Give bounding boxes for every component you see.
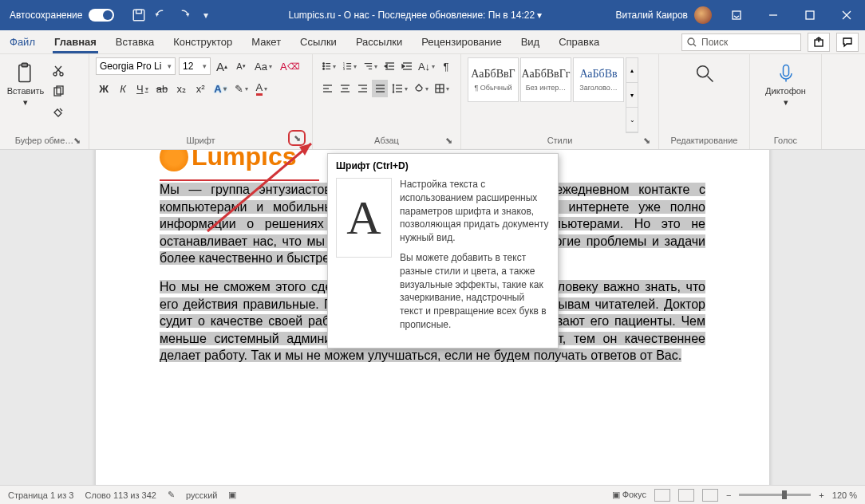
zoom-level[interactable]: 120 % [832, 490, 857, 500]
copy-button[interactable] [49, 83, 67, 100]
zoom-slider[interactable] [739, 494, 811, 496]
strikethrough-button[interactable]: ab [154, 80, 170, 97]
zoom-out[interactable]: − [726, 490, 731, 500]
style-heading1[interactable]: АаБбВвЗаголово… [573, 57, 624, 102]
svg-point-18 [323, 63, 325, 65]
view-read[interactable] [654, 489, 670, 502]
tab-help[interactable]: Справка [549, 30, 609, 53]
styles-gallery[interactable]: АаБбВвГ¶ Обычный АаБбВвГгБез интер… АаБб… [468, 57, 652, 133]
text-effects-button[interactable]: A [211, 80, 228, 97]
tab-insert[interactable]: Вставка [106, 30, 164, 53]
styles-up[interactable]: ▴ [626, 58, 638, 83]
italic-button[interactable]: К [115, 80, 131, 97]
logo-orange-icon [160, 150, 188, 171]
align-right-button[interactable] [354, 80, 370, 97]
tab-mailings[interactable]: Рассылки [346, 30, 412, 53]
grow-font-button[interactable]: A▴ [214, 57, 230, 75]
undo-icon[interactable] [154, 8, 168, 22]
autosave-toggle[interactable] [89, 9, 114, 22]
status-words[interactable]: Слово 113 из 342 [85, 490, 156, 500]
qat-dropdown-icon[interactable]: ▾ [199, 8, 213, 22]
status-macro-icon[interactable]: ▣ [228, 490, 236, 500]
style-nospacing[interactable]: АаБбВвГгБез интер… [520, 57, 571, 102]
document-title: Lumpics.ru - О нас - Последнее обновлени… [221, 10, 609, 21]
statusbar: Страница 1 из 3 Слово 113 из 342 ✎ русск… [0, 485, 865, 504]
tab-references[interactable]: Ссылки [290, 30, 346, 53]
font-size-combo[interactable]: 12▾ [179, 57, 211, 75]
format-painter-button[interactable] [49, 104, 67, 121]
autosave-label: Автосохранение [10, 10, 82, 21]
find-button[interactable] [685, 57, 724, 133]
bullets-button[interactable] [319, 57, 338, 75]
tab-home[interactable]: Главная [45, 30, 106, 53]
align-left-button[interactable] [319, 80, 335, 97]
save-icon[interactable] [132, 8, 146, 22]
svg-point-7 [688, 38, 694, 45]
view-print[interactable] [678, 489, 694, 502]
underline-button[interactable]: Ч [134, 80, 151, 97]
tab-layout[interactable]: Макет [242, 30, 290, 53]
multilevel-button[interactable] [361, 57, 380, 75]
status-proofing-icon[interactable]: ✎ [168, 490, 175, 500]
styles-down[interactable]: ▾ [626, 83, 638, 108]
borders-button[interactable] [432, 80, 452, 97]
titlebar: Автосохранение ▾ Lumpics.ru - О нас - По… [0, 0, 865, 30]
maximize-button[interactable] [792, 0, 828, 30]
minimize-button[interactable] [755, 0, 792, 30]
paragraph-launcher[interactable]: ⬊ [443, 135, 454, 146]
numbering-button[interactable]: 123 [340, 57, 359, 75]
shrink-font-button[interactable]: A▾ [233, 57, 249, 75]
line-spacing-button[interactable] [389, 80, 410, 97]
align-center-button[interactable] [337, 80, 353, 97]
subscript-button[interactable]: x₂ [173, 80, 189, 97]
svg-text:3: 3 [343, 67, 346, 71]
focus-mode[interactable]: ▣ Фокус [612, 490, 646, 500]
shading-button[interactable] [412, 80, 431, 97]
justify-button[interactable] [372, 80, 388, 97]
comments-button[interactable] [836, 33, 859, 52]
svg-point-20 [323, 69, 325, 70]
styles-more[interactable]: ⌄ [626, 108, 638, 132]
font-dialog-launcher[interactable]: ⬊ [288, 130, 306, 146]
status-language[interactable]: русский [186, 490, 217, 500]
style-normal[interactable]: АаБбВвГ¶ Обычный [468, 57, 519, 102]
user-avatar[interactable] [694, 6, 712, 24]
increase-indent-button[interactable] [399, 57, 415, 75]
highlight-button[interactable]: ✎ [232, 80, 251, 97]
svg-rect-4 [806, 11, 814, 19]
search-placeholder: Поиск [701, 37, 728, 48]
user-name[interactable]: Виталий Каиров [615, 10, 688, 21]
sort-button[interactable]: A↓ [417, 57, 436, 75]
zoom-in[interactable]: + [819, 490, 824, 500]
font-name-combo[interactable]: Georgia Pro Li▾ [96, 57, 176, 75]
ribbon: Вставить▾ Буфер обме…⬊ Georgia Pro Li▾ 1… [0, 54, 865, 150]
styles-launcher[interactable]: ⬊ [641, 135, 652, 146]
share-button[interactable] [808, 33, 830, 52]
svg-point-13 [60, 73, 63, 76]
font-color-button[interactable]: A [254, 80, 271, 97]
close-button[interactable] [828, 0, 865, 30]
decrease-indent-button[interactable] [381, 57, 397, 75]
tab-design[interactable]: Конструктор [164, 30, 242, 53]
clear-format-button[interactable]: A⌫ [278, 57, 302, 75]
tooltip-preview: A [336, 178, 392, 258]
tab-file[interactable]: Файл [0, 30, 45, 53]
redo-icon[interactable] [176, 8, 191, 22]
search-box[interactable]: Поиск [681, 33, 801, 51]
tab-view[interactable]: Вид [511, 30, 550, 53]
superscript-button[interactable]: x² [192, 80, 208, 97]
svg-point-19 [323, 65, 325, 67]
paste-button[interactable]: Вставить▾ [6, 57, 45, 133]
view-web[interactable] [702, 489, 718, 502]
svg-rect-0 [134, 10, 145, 21]
bold-button[interactable]: Ж [96, 80, 112, 97]
status-page[interactable]: Страница 1 из 3 [8, 490, 73, 500]
clipboard-launcher[interactable]: ⬊ [71, 135, 82, 146]
tab-review[interactable]: Рецензирование [412, 30, 511, 53]
show-marks-button[interactable]: ¶ [438, 57, 454, 75]
cut-button[interactable] [49, 62, 67, 80]
svg-line-58 [707, 77, 713, 82]
change-case-button[interactable]: Aa [252, 57, 275, 75]
dictate-button[interactable]: Диктофон▾ [767, 57, 805, 133]
ribbon-options-icon[interactable] [718, 0, 755, 30]
